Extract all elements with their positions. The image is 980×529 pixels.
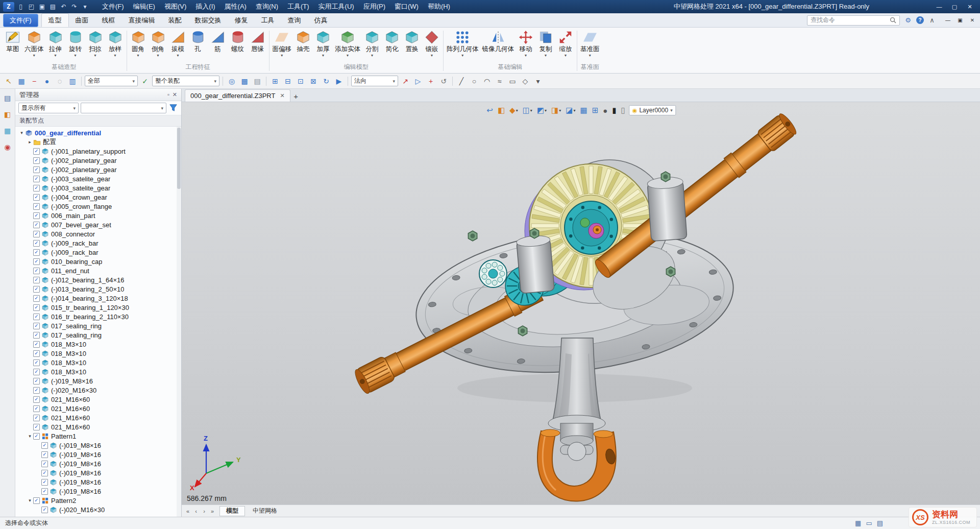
tree-item[interactable]: ✓010_bearing_cap [15, 257, 181, 266]
ribbon-tab[interactable]: 曲面 [69, 13, 95, 27]
visibility-checkbox[interactable]: ✓ [33, 332, 40, 339]
new-file-icon[interactable]: ▯ [16, 2, 26, 12]
float-panel-icon[interactable]: ▫ [167, 91, 169, 98]
tree-item[interactable]: ✓(-)009_rack_bar [15, 248, 181, 257]
bg-dark-icon[interactable]: ▮ [611, 105, 617, 115]
visibility-checkbox[interactable]: ✓ [33, 240, 40, 247]
visibility-checkbox[interactable]: ✓ [33, 405, 40, 412]
ribbon-button[interactable]: 置换 [402, 29, 422, 58]
minimize-button[interactable]: — [932, 2, 946, 12]
render-ball-icon[interactable]: ● [602, 105, 608, 115]
bearing-cap-right[interactable] [647, 176, 687, 242]
tree-item[interactable]: ✓018_M3×10 [15, 349, 181, 358]
redo-icon[interactable]: ↷ [69, 2, 79, 12]
visibility-checkbox[interactable]: ✓ [33, 396, 40, 403]
visibility-checkbox[interactable]: ✓ [33, 424, 40, 430]
entity-filter-combo[interactable]: 全部▾ [85, 76, 138, 86]
spline-tool-icon[interactable]: ≈ [494, 76, 505, 87]
pan-icon[interactable]: + [425, 76, 436, 87]
ribbon-button[interactable]: 筋 [208, 29, 228, 58]
menu-item-9[interactable]: 应用(P) [359, 0, 390, 13]
filter-list-icon[interactable]: ▥ [67, 76, 78, 87]
tree-item[interactable]: ✓018_M3×10 [15, 358, 181, 367]
menu-item-8[interactable]: 实用工具(U) [314, 0, 359, 13]
visibility-checkbox[interactable]: ✓ [33, 286, 40, 293]
visibility-checkbox[interactable]: ✓ [33, 341, 40, 348]
tree-item[interactable]: ✓(-)001_planetary_support [15, 147, 181, 156]
visibility-checkbox[interactable]: ✓ [41, 442, 48, 449]
circle-tool-icon[interactable]: ○ [469, 76, 480, 87]
visibility-checkbox[interactable]: ✓ [33, 323, 40, 329]
ribbon-button[interactable]: 倒角▼ [149, 29, 168, 58]
ribbon-button[interactable]: 草图 [3, 29, 22, 58]
differential-body[interactable] [565, 201, 618, 254]
tree-item[interactable]: ✓006_main_part [15, 211, 181, 220]
tree-item[interactable]: ✓(-)019_M8×16 [15, 459, 181, 468]
visibility-checkbox[interactable]: ✓ [33, 185, 40, 191]
visibility-checkbox[interactable]: ✓ [33, 378, 40, 384]
menu-item-1[interactable]: 文件(F) [97, 0, 129, 13]
save-icon[interactable]: ▣ [37, 2, 47, 12]
tree-item[interactable]: ✓017_sealing_ring [15, 330, 181, 340]
display-mode-icon[interactable]: ◫▾ [522, 105, 533, 115]
visibility-checkbox[interactable]: ✓ [41, 488, 48, 495]
visibility-checkbox[interactable]: ✓ [33, 222, 40, 228]
ribbon-tab[interactable]: 修复 [228, 13, 255, 27]
menu-item-10[interactable]: 窗口(W) [390, 0, 423, 13]
new-document-tab-button[interactable]: + [290, 90, 302, 102]
visibility-checkbox[interactable]: ✓ [33, 166, 40, 173]
ribbon-button[interactable]: 移动▼ [516, 29, 535, 58]
shade-mode-icon[interactable]: ◩▾ [536, 105, 548, 115]
roller-bearing[interactable] [479, 260, 507, 287]
ribbon-button[interactable]: 旋转▼ [66, 29, 85, 58]
confirm-icon[interactable]: ✓ [139, 76, 151, 87]
tree-item[interactable]: ✓(-)019_M8×16 [15, 376, 181, 386]
tree-item-pattern[interactable]: ▾✓Pattern2 [15, 496, 181, 505]
ribbon-tab[interactable]: 数据交换 [188, 13, 228, 27]
visibility-checkbox[interactable]: ✓ [33, 359, 40, 366]
exit-target-icon[interactable]: ↩ [485, 105, 494, 115]
menu-item-11[interactable]: 帮助(H) [423, 0, 455, 13]
visibility-checkbox[interactable]: ✓ [33, 277, 40, 283]
tree-item[interactable]: ✓(-)003_satelite_gear [15, 174, 181, 183]
bearing-cap-left[interactable] [516, 234, 554, 293]
tree-item[interactable]: ✓018_M3×10 [15, 367, 181, 376]
clipboard-icon[interactable]: ▤ [252, 76, 263, 87]
menu-item-4[interactable]: 插入(I) [191, 0, 219, 13]
tree-item[interactable]: ✓016_tr_bearing_2_110×30 [15, 312, 181, 321]
layer-combo[interactable]: ◉ Layer0000 ▾ [629, 105, 676, 115]
visibility-checkbox[interactable]: ✓ [33, 249, 40, 256]
menu-item-6[interactable]: 查询(N) [251, 0, 283, 13]
menu-item-3[interactable]: 视图(V) [160, 0, 191, 13]
visibility-checkbox[interactable]: ✓ [33, 212, 40, 219]
filter-funnel-icon[interactable] [168, 103, 178, 113]
tree-item[interactable]: ✓(-)014_bearing_3_120×18 [15, 294, 181, 303]
visibility-checkbox[interactable]: ✓ [33, 415, 40, 421]
view-orientation-icon[interactable]: ◆▾ [508, 105, 519, 115]
print-icon[interactable]: ▤ [48, 2, 58, 12]
ribbon-tab[interactable]: 直接编辑 [122, 13, 162, 27]
align-center-icon[interactable]: ⊟ [282, 76, 293, 87]
close-icon[interactable]: ✕ [280, 92, 284, 99]
tree-item[interactable]: ✓(-)004_crown_gear [15, 193, 181, 202]
visibility-checkbox[interactable]: ✓ [33, 433, 40, 440]
assembly-nodes-header[interactable]: 装配节点 [15, 115, 181, 127]
scope-combo[interactable]: 整个装配▾ [152, 76, 219, 86]
first-tab-button[interactable]: « [184, 508, 192, 514]
settings-gear-icon[interactable]: ⚙ [903, 16, 913, 25]
visibility-checkbox[interactable]: ✓ [33, 231, 40, 237]
expander-icon[interactable]: ▾ [27, 498, 33, 503]
visibility-checkbox[interactable]: ✓ [33, 497, 40, 504]
polygon-tool-icon[interactable]: ◇ [520, 76, 531, 87]
ribbon-tab[interactable]: 查询 [281, 13, 308, 27]
menu-item-2[interactable]: 编辑(E) [129, 0, 160, 13]
visibility-checkbox[interactable]: ✓ [33, 295, 40, 302]
align-left-icon[interactable]: ⊞ [270, 76, 281, 87]
visibility-checkbox[interactable]: ✓ [33, 350, 40, 357]
perspective-icon[interactable]: ◨▾ [550, 105, 562, 115]
expander-icon[interactable]: ▾ [27, 434, 33, 439]
visibility-checkbox[interactable]: ✓ [33, 157, 40, 164]
filter-status-icon[interactable]: ▦ [855, 519, 861, 527]
ribbon-button[interactable]: 抽壳 [293, 29, 313, 58]
ribbon-button[interactable]: 唇缘 [248, 29, 267, 58]
